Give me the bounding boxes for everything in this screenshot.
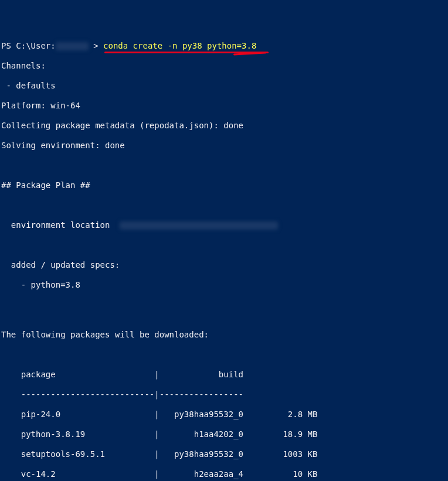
output-line: Channels: — [1, 61, 448, 71]
prompt-prefix: PS C:\User: — [1, 41, 56, 50]
output-line: Solving environment: done — [1, 141, 448, 151]
output-line: environment location — [1, 220, 448, 230]
output-line: Collecting package metadata (repodata.js… — [1, 121, 448, 131]
prompt-line: PS C:\User: > conda create -n py38 pytho… — [1, 41, 448, 51]
output-line: - defaults — [1, 81, 448, 91]
output-line: - python=3.8 — [1, 280, 448, 290]
output-line: added / updated specs: — [1, 260, 448, 270]
table-header: package | build — [1, 370, 448, 380]
command-text: conda create -n py38 python=3.8 — [103, 41, 256, 50]
table-row: vc-14.2 | h2eaa2aa_4 10 KB — [1, 469, 448, 479]
output-line: ## Package Plan ## — [1, 180, 448, 190]
table-row: pip-24.0 | py38haa95532_0 2.8 MB — [1, 410, 448, 419]
table-rule: ---------------------------|------------… — [1, 390, 448, 400]
output-line: Platform: win-64 — [1, 101, 448, 111]
redacted-username — [56, 42, 89, 50]
table-row: python-3.8.19 | h1aa4202_0 18.9 MB — [1, 429, 448, 439]
table-row: setuptools-69.5.1 | py38haa95532_0 1003 … — [1, 449, 448, 459]
redacted-path — [120, 221, 278, 230]
output-line: The following packages will be downloade… — [1, 330, 448, 340]
prompt-gt: > — [93, 41, 98, 50]
